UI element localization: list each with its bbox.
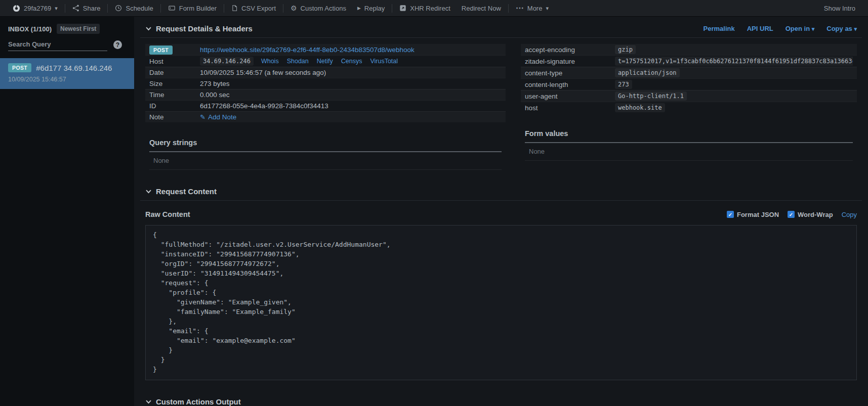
header-row: user-agent Go-http-client/1.1 xyxy=(521,90,857,102)
header-row: content-length 273 xyxy=(521,78,857,90)
pencil-icon xyxy=(200,113,205,121)
header-value: Go-http-client/1.1 xyxy=(615,92,687,101)
nav-divider xyxy=(107,4,108,13)
copy-as-label: Copy as xyxy=(826,25,852,32)
nav-more[interactable]: More xyxy=(510,4,554,12)
nav-divider xyxy=(65,4,65,13)
whois-link[interactable]: Whois xyxy=(261,58,279,65)
raw-content-heading: Raw Content xyxy=(145,210,190,218)
section-request-details[interactable]: Request Details & Headers Permalink API … xyxy=(140,20,862,38)
workspace-token: 29fa2769 xyxy=(24,5,51,12)
nav-form-builder[interactable]: Form Builder xyxy=(162,5,222,12)
webhook-logo-icon xyxy=(13,5,20,12)
section-request-content[interactable]: Request Content xyxy=(140,183,862,201)
format-json-label: Format JSON xyxy=(737,211,779,218)
header-value: application/json xyxy=(615,68,680,77)
section-custom-actions-output[interactable]: Custom Actions Output xyxy=(140,393,862,406)
nav-form-builder-label: Form Builder xyxy=(179,5,217,12)
request-list-item-selected[interactable]: POST #6d177 34.69.146.246 10/09/2025 15:… xyxy=(0,58,134,89)
word-wrap-checkbox[interactable]: Word-Wrap xyxy=(788,211,833,218)
header-value: gzip xyxy=(615,45,636,54)
open-in-menu[interactable]: Open in xyxy=(786,25,815,32)
row-label: Host xyxy=(149,58,200,65)
censys-link[interactable]: Censys xyxy=(341,58,362,65)
header-value: 273 xyxy=(615,80,632,89)
request-headers-table: accept-encoding gzip zitadel-signature t… xyxy=(521,44,857,113)
nav-show-intro[interactable]: Show Intro xyxy=(818,5,861,12)
nav-csv-export-label: CSV Export xyxy=(241,5,276,12)
top-navbar: 29fa2769 Share Schedule Form Builder CSV… xyxy=(0,0,868,17)
collapse-chevron-icon xyxy=(145,188,152,195)
collapse-chevron-icon xyxy=(145,25,152,32)
row-label: Size xyxy=(149,80,200,87)
header-name: host xyxy=(525,104,615,112)
method-badge: POST xyxy=(149,46,173,55)
row-value: 6d177268-055e-4e4a-9928-7384c0f34413 xyxy=(200,102,328,110)
row-value: 273 bytes xyxy=(200,80,230,87)
form-values-empty: None xyxy=(525,143,853,161)
nav-csv-export[interactable]: CSV Export xyxy=(226,5,281,12)
row-value: 10/09/2025 15:46:57 (a few seconds ago) xyxy=(200,69,326,76)
table-row-note: Note Add Note xyxy=(145,111,506,122)
table-row-method-url: POST https://webhook.site/29fa2769-e2f6-… xyxy=(145,44,506,55)
api-url-link[interactable]: API URL xyxy=(747,25,773,32)
permalink-link[interactable]: Permalink xyxy=(704,25,735,32)
add-note-link[interactable]: Add Note xyxy=(200,113,236,121)
nav-show-intro-label: Show Intro xyxy=(824,5,855,12)
nav-share[interactable]: Share xyxy=(67,5,106,12)
header-value: webhook.site xyxy=(615,103,665,112)
file-icon xyxy=(231,5,238,12)
nav-xhr-redirect[interactable]: XHR Redirect xyxy=(394,5,456,12)
copy-as-menu[interactable]: Copy as xyxy=(826,25,857,32)
word-wrap-label: Word-Wrap xyxy=(798,211,833,218)
nav-schedule-label: Schedule xyxy=(126,5,153,12)
nav-divider xyxy=(160,4,161,13)
share-icon xyxy=(72,5,79,12)
nav-redirect-now[interactable]: Redirect Now xyxy=(456,5,507,12)
webhook-url-link[interactable]: https://webhook.site/29fa2769-e2f6-44ff-… xyxy=(200,46,415,54)
ellipsis-icon xyxy=(516,4,524,12)
raw-content-body: { "fullMethod": "/zitadel.user.v2.UserSe… xyxy=(145,225,857,380)
query-strings-heading: Query strings xyxy=(145,139,506,147)
open-in-label: Open in xyxy=(786,25,810,32)
host-ip-value: 34.69.146.246 xyxy=(200,57,254,66)
request-detail-panel: Request Details & Headers Permalink API … xyxy=(134,17,868,406)
section-title: Request Content xyxy=(156,187,217,196)
chevron-down-icon xyxy=(546,6,549,11)
nav-custom-actions-label: Custom Actions xyxy=(301,5,346,12)
chevron-down-icon xyxy=(854,25,857,32)
request-sidebar: INBOX (1/100) Newest First ? POST #6d177… xyxy=(0,17,134,406)
search-input[interactable] xyxy=(8,38,107,51)
request-details-table: POST https://webhook.site/29fa2769-e2f6-… xyxy=(145,44,506,122)
nav-schedule[interactable]: Schedule xyxy=(109,5,158,12)
form-values-heading: Form values xyxy=(521,129,857,138)
copy-content-link[interactable]: Copy xyxy=(842,211,857,218)
header-row: accept-encoding gzip xyxy=(521,44,857,55)
chevron-down-icon xyxy=(812,25,815,32)
method-badge: POST xyxy=(8,63,31,72)
header-value: t=1757512017,v1=1f3cabf0c6b6276121370f81… xyxy=(615,57,853,66)
header-name: user-agent xyxy=(525,93,615,100)
table-row-id: ID 6d177268-055e-4e4a-9928-7384c0f34413 xyxy=(145,100,506,111)
table-row-size: Size 273 bytes xyxy=(145,78,506,89)
nav-replay[interactable]: Replay xyxy=(352,5,390,12)
sort-order-toggle[interactable]: Newest First xyxy=(57,24,100,34)
xhr-redirect-icon xyxy=(399,5,406,12)
nav-divider xyxy=(508,4,509,13)
table-row-host: Host 34.69.146.246 Whois Shodan Netify C… xyxy=(145,55,506,67)
nav-xhr-redirect-label: XHR Redirect xyxy=(410,5,450,12)
nav-custom-actions[interactable]: Custom Actions xyxy=(285,5,352,12)
header-name: accept-encoding xyxy=(525,46,615,54)
row-label: Note xyxy=(149,113,200,121)
virustotal-link[interactable]: VirusTotal xyxy=(370,58,398,65)
gear-icon xyxy=(291,5,297,12)
format-json-checkbox[interactable]: Format JSON xyxy=(727,211,779,218)
add-note-label: Add Note xyxy=(208,113,236,121)
shodan-link[interactable]: Shodan xyxy=(287,58,309,65)
nav-divider xyxy=(283,4,283,13)
workspace-menu[interactable]: 29fa2769 xyxy=(7,5,63,12)
nav-divider xyxy=(392,4,392,13)
netify-link[interactable]: Netify xyxy=(317,58,333,65)
search-help-icon[interactable]: ? xyxy=(113,40,122,49)
header-name: content-length xyxy=(525,81,615,88)
